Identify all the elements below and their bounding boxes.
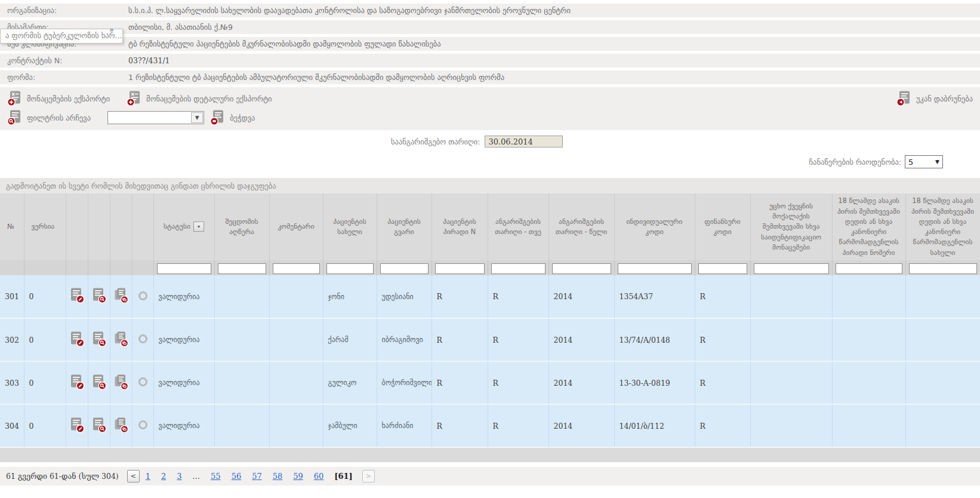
page-link[interactable]: 60 <box>314 472 324 481</box>
filter-input-report-month[interactable] <box>491 263 546 274</box>
view-record-button[interactable] <box>91 331 107 347</box>
filter-input-guardian-name[interactable] <box>909 263 977 274</box>
col-header-version[interactable]: ვერსია <box>24 193 66 260</box>
contract-value: 03??/431/1 <box>128 56 170 65</box>
table-row[interactable]: 302 0 ვალიდურია ქარამ იბრაგიმოვი R R 201… <box>0 318 980 361</box>
cell-last-name: იბრაგიმოვი <box>377 318 432 361</box>
row-radio-button[interactable] <box>138 334 147 343</box>
page-link[interactable]: 2 <box>161 472 166 481</box>
col-header-guardian-pn[interactable]: 18 წლამდე ასაკის პირის შემთხვევაში დედის… <box>832 193 905 260</box>
view-magnifier-icon <box>91 331 107 347</box>
page-link[interactable]: 55 <box>211 472 221 481</box>
filter-input-last-name[interactable] <box>380 263 429 274</box>
col-header-error[interactable]: შეცდომის აღწერა <box>214 193 269 260</box>
filter-input-individual-code[interactable] <box>618 263 692 274</box>
status-filter-dropdown[interactable]: ▾ <box>193 222 204 232</box>
edit-pencil-icon <box>69 417 85 433</box>
edit-record-button[interactable] <box>69 417 85 433</box>
print-button[interactable]: ბეჭდვა <box>210 110 255 125</box>
cell-report-month: R <box>488 361 548 404</box>
filter-input-comment[interactable] <box>273 263 320 274</box>
edit-pencil-icon <box>69 331 85 347</box>
col-header-individual-code[interactable]: ინდივიდუალური კოდი <box>614 193 695 260</box>
records-count-select[interactable]: 5 ▼ <box>905 155 943 168</box>
page-link[interactable]: 57 <box>252 472 262 481</box>
col-header-status[interactable]: სტატუსი▾ <box>153 193 214 260</box>
toolbar: მონაცემების ექსპორტი მონაცემების დეტალურ… <box>0 87 980 130</box>
col-header-guardian-name[interactable]: 18 წლამდე ასაკის პირის შემთხვევაში დედის… <box>905 193 980 260</box>
bottom-area <box>0 485 980 498</box>
filter-input-report-year[interactable] <box>552 263 611 274</box>
pagination-summary: 61 გვერდი 61-დან (სულ 304) <box>6 472 119 481</box>
filter-input-status[interactable] <box>157 263 211 274</box>
export-data-label: მონაცემების ექსპორტი <box>27 94 110 103</box>
cell-comment <box>269 361 323 404</box>
cell-personal-n: R <box>432 361 488 404</box>
col-header-copy <box>110 193 132 260</box>
cell-guardian-name <box>905 404 980 447</box>
col-header-comment[interactable]: კომენტარი <box>269 193 323 260</box>
table-row[interactable]: 304 0 ვალიდურია ჯამბული ხარძიანი R R 201… <box>0 404 980 447</box>
copy-record-button[interactable] <box>113 374 129 390</box>
filter-select[interactable]: ▼ <box>107 111 204 124</box>
edit-record-button[interactable] <box>69 331 85 347</box>
copy-record-button[interactable] <box>113 417 129 433</box>
choose-filter-button[interactable]: ფილტრის არჩევა <box>7 110 91 125</box>
filter-input-financial-code[interactable] <box>698 263 747 274</box>
export-detailed-label: მონაცემების დეტალური ექსპორტი <box>146 94 272 103</box>
copy-document-icon <box>113 374 129 390</box>
row-radio-button[interactable] <box>138 291 147 300</box>
copy-record-button[interactable] <box>113 331 129 347</box>
row-radio-button[interactable] <box>138 420 147 429</box>
page-link[interactable]: 3 <box>177 472 181 481</box>
info-row-subclassification: სუბ კლასიფიკაცია: ტბ რეზისტენტული პაციენ… <box>0 37 980 51</box>
tooltip-expand-icon[interactable]: » <box>109 25 114 34</box>
filter-input-first-name[interactable] <box>326 263 374 274</box>
export-data-button[interactable]: მონაცემების ექსპორტი <box>7 91 110 106</box>
cell-report-year: 2014 <box>548 361 614 404</box>
col-header-report-year[interactable]: ანგარიშგების თარიღი - წელი <box>548 193 614 260</box>
filter-input-foreign-id[interactable] <box>754 263 829 274</box>
filter-input-error[interactable] <box>218 263 266 274</box>
form-tooltip[interactable]: ა ფორმის ტუბერკულოზის ხარ... » <box>0 29 123 44</box>
page-link[interactable]: 59 <box>293 472 303 481</box>
col-header-first-name[interactable]: პაციენტის სახელი <box>323 193 377 260</box>
view-record-button[interactable] <box>91 417 107 433</box>
view-record-button[interactable] <box>91 374 107 390</box>
edit-record-button[interactable] <box>69 288 85 303</box>
page-link[interactable]: 58 <box>273 472 283 481</box>
col-header-no[interactable]: № <box>0 193 24 260</box>
table-row[interactable]: 303 0 ვალიდურია გულიკო ბოჭორიშვილი R R 2… <box>0 361 980 404</box>
back-button[interactable]: უკან დაბრუნება <box>896 91 973 106</box>
cell-guardian-pn <box>832 404 905 447</box>
filter-input-guardian-pn[interactable] <box>836 263 902 274</box>
filter-input-personal-n[interactable] <box>435 263 485 274</box>
print-label: ბეჭდვა <box>230 113 255 122</box>
next-page-button[interactable]: > <box>362 470 375 482</box>
cell-individual-code: 13/74/A/0148 <box>614 318 695 361</box>
report-date-input[interactable] <box>485 136 563 147</box>
page-link[interactable]: 1 <box>146 472 150 481</box>
report-info-panel: ორგანიზაცია: ს.ს.ი.პ. ლ.საყვარელიძის სახ… <box>0 0 980 84</box>
page-link[interactable]: 56 <box>232 472 242 481</box>
copy-document-icon <box>113 417 129 433</box>
row-radio-button[interactable] <box>138 377 147 386</box>
col-header-last-name[interactable]: პაციენტის გვარი <box>377 193 432 260</box>
cell-comment <box>269 318 323 361</box>
view-record-button[interactable] <box>91 288 107 303</box>
export-detailed-button[interactable]: მონაცემების დეტალური ექსპორტი <box>127 91 272 106</box>
prev-page-button[interactable]: < <box>127 470 140 482</box>
cell-guardian-name <box>905 318 980 361</box>
cell-status: ვალიდურია <box>153 361 214 404</box>
edit-record-button[interactable] <box>69 374 85 390</box>
grouping-drop-zone[interactable]: გადმოიტანეთ ის სვეტი რომლის მიხედვითაც გ… <box>0 178 980 193</box>
col-header-personal-n[interactable]: პაციენტის პირადი N <box>432 193 488 260</box>
cell-first-name: ჯონი <box>323 275 377 318</box>
col-header-financial-code[interactable]: ფინანსური კოდი <box>695 193 750 260</box>
col-header-foreign-id[interactable]: უცხო ქვეყნის მოქალაქის შემთხვევაში სხვა … <box>750 193 832 260</box>
col-header-report-month[interactable]: ანგარიშგების თარიღი - თვე <box>488 193 548 260</box>
records-count-value: 5 <box>908 158 913 167</box>
table-row[interactable]: 301 0 ვალიდურია ჯონი უდესიანი R R 2014 1… <box>0 275 980 318</box>
copy-record-button[interactable] <box>113 288 129 303</box>
grouping-hint-text: გადმოიტანეთ ის სვეტი რომლის მიხედვითაც გ… <box>6 182 276 190</box>
